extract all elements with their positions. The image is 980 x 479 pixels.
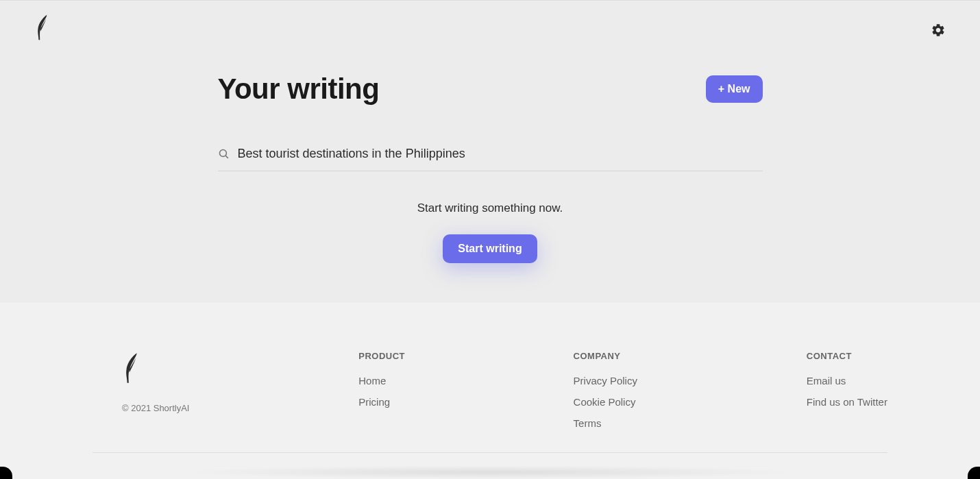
footer-col-product: PRODUCT Home Pricing [358,351,563,429]
page-title: Your writing [218,73,380,106]
footer-heading-product: PRODUCT [358,351,563,361]
top-bar [0,1,980,42]
footer-link-twitter[interactable]: Find us on Twitter [807,396,887,408]
footer-brand: © 2021 ShortlyAI [122,351,348,429]
footer-divider [93,452,887,453]
footer-columns: © 2021 ShortlyAI PRODUCT Home Pricing CO… [122,351,887,429]
new-writing-button[interactable]: + New [706,75,763,103]
footer-heading-company: COMPANY [574,351,796,361]
footer-link-email[interactable]: Email us [807,375,887,386]
empty-state: Start writing something now. Start writi… [218,201,763,263]
footer-link-privacy[interactable]: Privacy Policy [574,375,796,386]
page-header: Your writing + New [218,73,763,106]
copyright-text: © 2021 ShortlyAI [122,403,348,413]
svg-point-0 [219,149,226,156]
footer-link-home[interactable]: Home [358,375,563,386]
svg-line-1 [225,156,228,158]
footer: © 2021 ShortlyAI PRODUCT Home Pricing CO… [0,303,980,479]
search-icon [218,148,230,160]
start-writing-button[interactable]: Start writing [443,234,537,263]
footer-link-terms[interactable]: Terms [574,417,796,429]
footer-link-cookie[interactable]: Cookie Policy [574,396,796,408]
footer-heading-contact: CONTACT [807,351,887,361]
footer-col-company: COMPANY Privacy Policy Cookie Policy Ter… [574,351,796,429]
feather-logo-icon[interactable] [122,351,140,385]
footer-link-pricing[interactable]: Pricing [358,396,563,408]
decorative-shadow [182,465,798,479]
feather-logo-icon[interactable] [34,13,49,42]
main-content: Your writing + New Start writing somethi… [218,73,763,263]
settings-gear-icon[interactable] [931,23,946,38]
empty-state-text: Start writing something now. [218,201,763,215]
search-bar [218,147,763,171]
footer-col-contact: CONTACT Email us Find us on Twitter [807,351,887,429]
search-input[interactable] [238,147,763,161]
